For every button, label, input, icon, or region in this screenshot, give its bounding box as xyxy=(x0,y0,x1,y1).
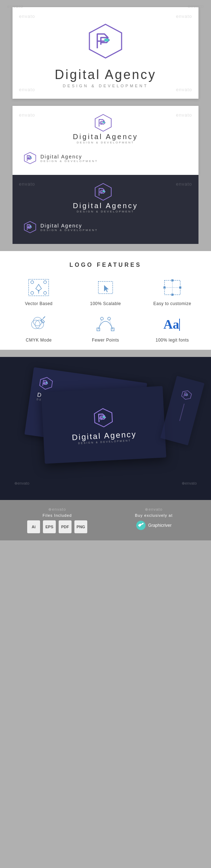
graphicriver-icon xyxy=(136,520,146,530)
feature-scalable: 100% Scalable xyxy=(74,277,137,306)
wm-d-tl: envato xyxy=(19,181,35,187)
var-logo-dark-lg xyxy=(93,182,113,202)
wm-feat-tr: envato xyxy=(188,4,204,9)
var-sub-sm: DESIGN & DEVELOPMENT xyxy=(40,160,98,163)
svg-rect-3 xyxy=(103,122,105,123)
wm-feat-tl: envato xyxy=(7,4,23,9)
fonts-icon: Aa xyxy=(162,315,183,333)
footer-buy: ⊕envato Buy exclusively at Graphicriver xyxy=(107,507,200,533)
svg-rect-22 xyxy=(163,286,166,289)
feature-label-points: Fewer Points xyxy=(92,338,119,343)
svg-rect-1 xyxy=(104,39,109,41)
watermark-tr: envato xyxy=(176,14,192,19)
mockup-logo-back xyxy=(38,375,54,391)
graphicriver-label: Graphicriver xyxy=(148,523,171,528)
svg-rect-25 xyxy=(171,294,173,296)
svg-point-11 xyxy=(31,281,34,284)
wm-mockup-br: ⊕envato xyxy=(182,481,197,486)
scalable-icon-wrap xyxy=(93,277,118,298)
features-title: LOGO FEATURES xyxy=(7,262,204,268)
variations-dark-card: envato envato Digital Agency DESIGN & DE… xyxy=(13,175,198,244)
wm-mockup-bl: ⊕envato xyxy=(14,481,29,486)
main-logo-card: envato envato envato envato Digital Agen… xyxy=(13,7,198,99)
svg-point-28 xyxy=(33,317,42,326)
watermark-tl: envato xyxy=(19,14,35,19)
wm-footer-1: ⊕envato xyxy=(48,507,66,512)
main-logo-title: Digital Agency xyxy=(55,67,156,82)
points-icon-wrap xyxy=(93,313,118,335)
cmyk-icon-wrap xyxy=(26,313,51,335)
var-sub-dark-lg: DESIGN & DEVELOPMENT xyxy=(77,210,134,213)
icon-ai: Ai xyxy=(27,520,40,533)
feature-label-vector: Vector Based xyxy=(25,301,53,306)
feature-label-cmyk: CMYK Mode xyxy=(26,338,52,343)
feature-label-customize: Easy to customize xyxy=(153,301,191,306)
cmyk-icon xyxy=(28,315,49,333)
var-title-dark-sm: Digital Agency xyxy=(40,223,98,229)
svg-rect-42 xyxy=(103,416,105,418)
feature-fonts: Aa 100% legit fonts xyxy=(141,313,204,343)
var-logo-dark-sm xyxy=(23,220,37,234)
var-title-sm: Digital Agency xyxy=(40,154,98,160)
svg-text:Aa: Aa xyxy=(163,317,179,332)
feature-vector: Vector Based xyxy=(7,277,70,306)
points-icon xyxy=(95,315,116,333)
footer-files-label: Files Included xyxy=(43,513,72,518)
main-logo-subtitle: DESIGN & DEVELOPMENT xyxy=(63,84,148,88)
feature-label-scalable: 100% Scalable xyxy=(90,301,121,306)
icon-pdf: PDF xyxy=(59,520,72,533)
var-title-lg: Digital Agency xyxy=(73,133,138,141)
var-text-sm: Digital Agency DESIGN & DEVELOPMENT xyxy=(40,154,98,163)
footer-files: ⊕envato Files Included Ai EPS PDF PNG xyxy=(11,507,104,533)
features-section: envato envato LOGO FEATURES xyxy=(0,251,211,350)
svg-rect-5 xyxy=(30,157,31,158)
wm-v-tl: envato xyxy=(19,112,35,118)
svg-point-16 xyxy=(38,290,39,291)
icon-eps: EPS xyxy=(43,520,56,533)
footer-section: ⊕envato Files Included Ai EPS PDF PNG ⊕e… xyxy=(0,500,211,540)
graphicriver-wrap: Graphicriver xyxy=(136,520,171,530)
svg-rect-24 xyxy=(171,279,173,281)
variations-white-card: envato envato Digital Agency DESIGN & DE… xyxy=(13,106,198,175)
watermark-bl: envato xyxy=(19,87,35,92)
svg-rect-40 xyxy=(46,382,48,384)
var-logo-icon-lg xyxy=(93,113,113,133)
svg-point-14 xyxy=(44,291,46,294)
var-sub-lg: DESIGN & DEVELOPMENT xyxy=(77,141,134,144)
svg-rect-23 xyxy=(179,286,181,289)
customize-icon xyxy=(162,279,183,296)
fonts-icon-wrap: Aa xyxy=(160,313,185,335)
footer-file-icons: Ai EPS PDF PNG xyxy=(27,520,87,533)
footer-buy-label: Buy exclusively at xyxy=(135,513,172,518)
vector-icon-wrap xyxy=(26,277,51,298)
wm-d-tr: envato xyxy=(176,181,192,187)
svg-point-26 xyxy=(31,320,40,329)
scalable-icon xyxy=(95,279,116,296)
feature-label-fonts: 100% legit fonts xyxy=(156,338,189,343)
svg-rect-7 xyxy=(103,191,105,192)
icon-png: PNG xyxy=(74,520,87,533)
wm-footer-2: ⊕envato xyxy=(145,507,162,512)
features-grid: Vector Based 100% Scalable xyxy=(7,277,204,343)
svg-point-27 xyxy=(35,320,44,329)
svg-point-13 xyxy=(31,291,34,294)
mockup-section: Digital Agency DESIGN & DEVELOPMENT Digi… xyxy=(0,357,211,500)
svg-point-46 xyxy=(142,523,143,524)
var-sub-dark-sm: DESIGN & DEVELOPMENT xyxy=(40,229,98,232)
svg-marker-18 xyxy=(104,285,109,292)
feature-points: Fewer Points xyxy=(74,313,137,343)
wm-v-tr: envato xyxy=(176,112,192,118)
feature-cmyk: CMYK Mode xyxy=(7,313,70,343)
watermark-br: envato xyxy=(176,87,192,92)
var-title-dark-lg: Digital Agency xyxy=(73,202,138,210)
svg-point-12 xyxy=(44,281,46,284)
main-logo-icon xyxy=(86,21,125,61)
vector-icon xyxy=(28,279,49,296)
svg-rect-9 xyxy=(30,226,31,227)
svg-line-29 xyxy=(43,317,45,319)
var-logo-icon-sm xyxy=(23,151,37,165)
var-text-dark-sm: Digital Agency DESIGN & DEVELOPMENT xyxy=(40,223,98,232)
mockup-logo-right xyxy=(180,388,193,402)
feature-customize: Easy to customize xyxy=(141,277,204,306)
mockup-logo-front xyxy=(92,406,114,429)
